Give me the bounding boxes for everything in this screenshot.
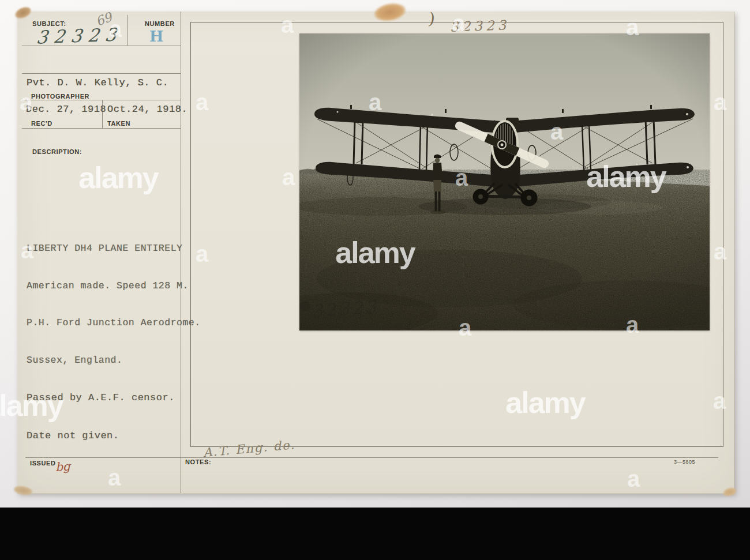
censor-line: Date not given. bbox=[27, 430, 175, 442]
tape-stain bbox=[373, 1, 407, 23]
censor-line: Passed by A.E.F. censor. bbox=[27, 392, 175, 404]
number-stamp: H bbox=[149, 28, 164, 45]
description-line: P.H. Ford Junction Aerodrome. bbox=[27, 317, 201, 329]
torn-corner-top-left bbox=[13, 5, 33, 21]
form-number: 3—5805 bbox=[674, 459, 695, 465]
received-date: Dec. 27, 1918 bbox=[26, 104, 106, 115]
received-label: REC'D bbox=[31, 120, 52, 127]
issued-initials: bg bbox=[55, 459, 70, 473]
caption-card: SUBJECT: 32323 69 NUMBER H Pvt. D. W. Ke… bbox=[17, 12, 734, 494]
description-line: American made. Speed 128 M. bbox=[27, 280, 201, 292]
description-line: LIBERTY DH4 PLANE ENTIRELY bbox=[27, 242, 201, 255]
rule-under-photographer bbox=[22, 100, 181, 100]
chipped-corner-bottom-right bbox=[722, 486, 738, 498]
issued-label: ISSUED bbox=[30, 460, 56, 467]
worn-corner-bottom-left bbox=[13, 484, 33, 497]
photographer-label: PHOTOGRAPHER bbox=[31, 93, 89, 100]
alamy-stock-photo-page: SUBJECT: 32323 69 NUMBER H Pvt. D. W. Ke… bbox=[0, 0, 750, 560]
taken-label: TAKEN bbox=[107, 120, 130, 127]
description-label: DESCRIPTION: bbox=[32, 148, 82, 155]
taken-date: Oct.24, 1918. bbox=[107, 104, 187, 115]
subject-number-handwritten: 32323 bbox=[35, 24, 123, 47]
notes-label: NOTES: bbox=[185, 458, 211, 465]
photo-margin-number: 32323 bbox=[450, 17, 510, 35]
rule-under-dates bbox=[22, 128, 181, 129]
photograph-dh4-biplane: 32323 bbox=[299, 33, 710, 330]
number-label: NUMBER bbox=[145, 20, 175, 27]
photographer-name: Pvt. D. W. Kelly, S. C. bbox=[27, 77, 168, 88]
subject-number-divider bbox=[127, 15, 127, 46]
rule-blank-row bbox=[22, 73, 181, 74]
footer-bar: alamy Image ID: 2RC2NGK www.alamy.com bbox=[0, 508, 750, 560]
censor-note: Passed by A.E.F. censor. Date not given. bbox=[27, 366, 175, 468]
biplane-photo-art: 32323 bbox=[299, 33, 710, 330]
description-line: Sussex, England. bbox=[27, 354, 201, 367]
description-text: LIBERTY DH4 PLANE ENTIRELY American made… bbox=[27, 217, 201, 391]
